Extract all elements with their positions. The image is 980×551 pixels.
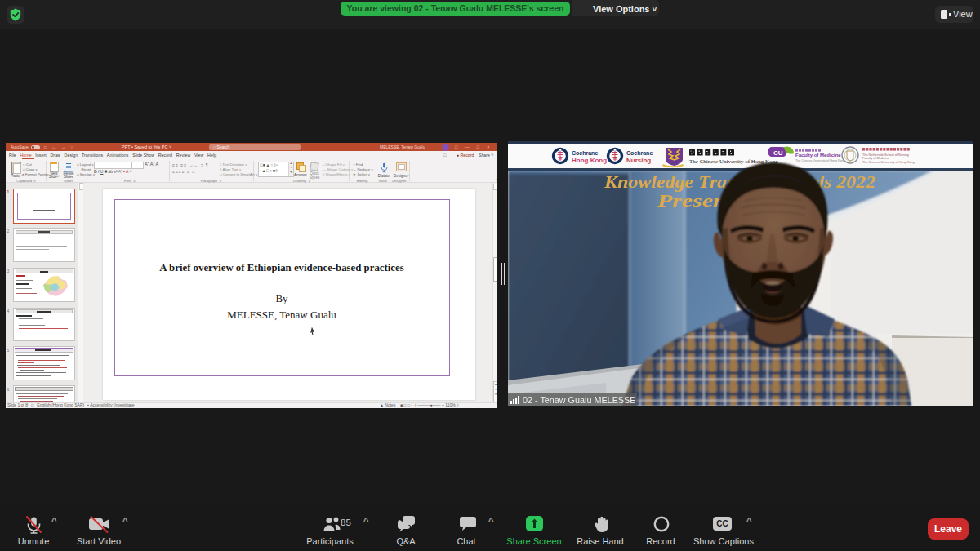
svg-text:Faculty of Medicine: Faculty of Medicine (862, 157, 889, 160)
svg-text:Hong Kong: Hong Kong (572, 157, 607, 164)
svg-text:The Chinese University of Hong: The Chinese University of Hong Kong (795, 159, 844, 162)
svg-text:CU: CU (773, 149, 783, 157)
svg-text:Faculty of Medicine: Faculty of Medicine (795, 153, 841, 158)
svg-text:The Nethersole School of Nursi: The Nethersole School of Nursing (862, 153, 909, 157)
svg-text:The Chinese University of Hong: The Chinese University of Hong Kong (862, 161, 915, 164)
svg-text:Cochrane: Cochrane (572, 150, 598, 156)
svg-text:Nursing: Nursing (626, 157, 651, 164)
svg-text:Cochrane: Cochrane (626, 150, 653, 156)
